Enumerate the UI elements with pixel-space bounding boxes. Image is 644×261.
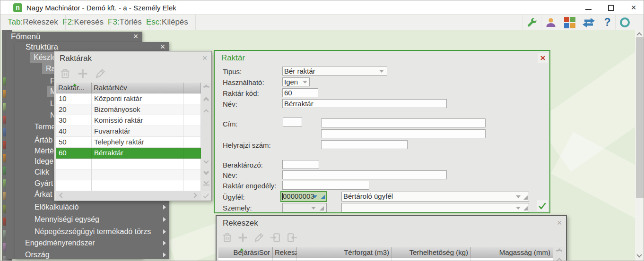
chevron-down-icon[interactable] — [311, 207, 316, 210]
table-row[interactable]: 30 Komissió raktár — [56, 115, 201, 126]
close-button[interactable]: × — [627, 2, 641, 13]
confirm-check-icon-disabled[interactable] — [202, 192, 210, 200]
table-row-empty[interactable] — [56, 159, 201, 169]
maximize-button[interactable] — [604, 2, 618, 13]
raktarak-close-icon[interactable]: × — [200, 53, 209, 63]
cell-empty[interactable] — [183, 137, 201, 148]
table-row[interactable]: 40 Fuvarraktár — [56, 126, 201, 137]
edit-button[interactable] — [253, 232, 265, 244]
menu-item-orszag[interactable]: Ország — [25, 251, 50, 259]
iranyitoszam-input[interactable] — [283, 118, 302, 126]
cell-empty[interactable] — [183, 104, 201, 115]
table-row-empty[interactable] — [56, 169, 201, 180]
table-horizontal-scrollbar[interactable] — [56, 191, 201, 200]
lookup-grip-icon[interactable] — [320, 206, 324, 210]
chevron-down-icon[interactable] — [516, 207, 521, 210]
szemely-nev-combo[interactable] — [341, 203, 529, 212]
edit-button[interactable] — [94, 67, 106, 80]
column-header-bejarasisor[interactable]: BejárásiSor — [218, 247, 273, 258]
column-header-terhelhetoseg[interactable]: Terhelhetőség (kg) — [392, 247, 471, 258]
menu-item-arkategoria[interactable]: Árkat — [35, 190, 52, 199]
scroll-up-icon[interactable] — [203, 109, 209, 114]
beraktarozo-input[interactable] — [282, 160, 319, 169]
delete-button[interactable] — [59, 67, 71, 80]
cell-raktarkod[interactable]: 40 — [56, 126, 92, 137]
transfer-button[interactable] — [579, 15, 598, 30]
column-header-magassag[interactable]: Magasság (mm) — [471, 247, 553, 258]
struktura-close-icon[interactable]: × — [158, 42, 167, 52]
rekeszek-close-icon[interactable]: × — [555, 218, 564, 228]
table-row[interactable]: 20 Bizományosok — [56, 104, 201, 115]
chevron-down-icon[interactable] — [379, 70, 384, 73]
ugyfel-kod-combo[interactable]: 00000003 — [280, 191, 327, 202]
scroll-bottom-icon[interactable] — [203, 185, 209, 185]
beraktarozo-nev-input[interactable] — [282, 170, 447, 179]
column-header-empty[interactable] — [183, 83, 201, 93]
nev-input[interactable]: Bérraktár — [282, 99, 447, 108]
export-button[interactable] — [286, 232, 298, 244]
lookup-grip-icon[interactable] — [321, 195, 325, 199]
menu-item-mennyisegi-egyseg[interactable]: Mennyiségi egység — [35, 215, 99, 224]
scroll-bottom-icon[interactable] — [203, 179, 209, 184]
user-button[interactable] — [541, 15, 560, 30]
tipus-select[interactable]: Bér raktár — [282, 67, 387, 76]
app-vertical-scrollbar[interactable] — [635, 30, 644, 261]
column-header-rekesz[interactable]: Rekesz... — [273, 247, 297, 258]
cell-raktarnev[interactable]: Bérraktár — [92, 148, 183, 159]
raktar-close-icon[interactable]: × — [538, 53, 548, 63]
confirm-button[interactable] — [537, 200, 548, 211]
scroll-down-icon[interactable] — [203, 158, 209, 163]
settings-wrench-button[interactable] — [522, 15, 541, 30]
cell-raktarnev[interactable]: Fuvarraktár — [92, 126, 183, 137]
szemely-kod-combo[interactable] — [282, 203, 327, 212]
cell-raktarkod[interactable]: 30 — [56, 115, 92, 126]
chevron-down-icon[interactable] — [303, 81, 307, 84]
scrollbar-thumb[interactable] — [636, 37, 644, 198]
cell-empty[interactable] — [183, 115, 201, 126]
cell-raktarkod[interactable]: 10 — [56, 93, 92, 104]
cell-empty[interactable] — [183, 126, 201, 137]
cim-sor2-input[interactable] — [321, 129, 486, 138]
scroll-down-icon[interactable] — [636, 252, 642, 257]
cell-empty[interactable] — [183, 93, 201, 104]
table-vertical-scrollbar[interactable] — [553, 247, 565, 261]
fomenu-close-icon[interactable]: × — [131, 32, 140, 42]
table-vertical-scrollbar[interactable] — [201, 83, 211, 191]
column-header-terforgat[interactable]: Térforgat (m3) — [297, 247, 392, 258]
helyrajzi-szam-input[interactable] — [321, 140, 408, 149]
circle-button[interactable] — [615, 15, 634, 30]
delete-button[interactable] — [221, 232, 233, 244]
add-button[interactable] — [236, 231, 249, 244]
chevron-down-icon[interactable] — [313, 195, 317, 198]
cim-sor1-input[interactable] — [321, 118, 486, 127]
menubar-item-kilepes[interactable]: Esc:Kilépés — [139, 15, 196, 30]
table-row-selected[interactable]: 60 Bérraktár — [56, 148, 201, 159]
chevron-down-icon[interactable] — [516, 195, 521, 198]
cell-raktarnev[interactable]: Telephely raktár — [92, 137, 183, 148]
table-row[interactable]: 50 Telephely raktár — [56, 137, 201, 148]
scroll-top-icon[interactable] — [557, 248, 562, 253]
menu-item-engedmenyrendszer[interactable]: Engedményrendszer — [25, 239, 95, 247]
cell-raktarnev[interactable]: Bizományosok — [92, 104, 183, 115]
menu-item-elokalkulacio[interactable]: Előkalkuláció — [35, 203, 78, 211]
menu-item-termek[interactable]: Terme — [35, 123, 55, 131]
import-button[interactable] — [270, 232, 281, 244]
menu-item-nepegeszsegugyi[interactable]: Népegészségügyi termékadó törzs — [35, 227, 151, 236]
modules-button[interactable] — [560, 15, 579, 30]
raktar-engedely-input[interactable] — [282, 181, 369, 190]
cell-empty[interactable] — [183, 148, 201, 159]
cell-raktarnev[interactable]: Központi raktár — [92, 93, 183, 104]
menu-item-mertek[interactable]: Mérté — [35, 147, 54, 155]
raktar-kod-input[interactable]: 60 — [282, 88, 318, 97]
cell-raktarkod[interactable]: 50 — [56, 137, 92, 148]
cell-raktarkod[interactable]: 60 — [56, 148, 92, 159]
scroll-top-icon[interactable] — [203, 84, 209, 90]
tree-item-keszlet[interactable]: Készle — [34, 53, 56, 62]
cell-raktarnev[interactable]: Komissió raktár — [92, 115, 183, 126]
scroll-up-icon[interactable] — [636, 32, 642, 37]
cell-raktarkod[interactable]: 20 — [56, 104, 92, 115]
table-row-empty[interactable] — [218, 258, 553, 261]
scroll-left-icon[interactable] — [59, 193, 64, 198]
ugyfel-nev-combo[interactable]: Bértároló ügyfél — [341, 192, 529, 202]
menu-item-artabla[interactable]: Ártáb — [35, 136, 52, 144]
